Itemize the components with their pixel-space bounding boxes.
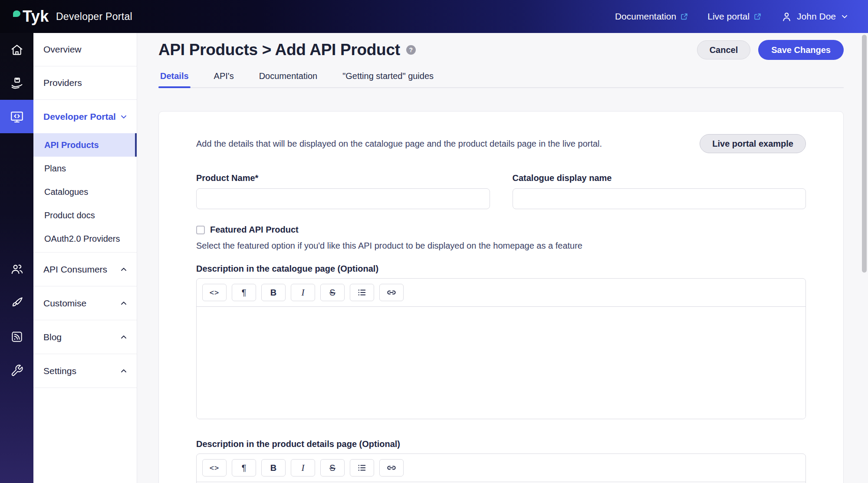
- bullet-list-button[interactable]: [350, 284, 374, 301]
- tyk-leaf-icon: [13, 10, 20, 17]
- app-body: Overview Providers Developer Portal API …: [0, 33, 868, 483]
- name-fields-row: Product Name* Catalogue display name: [196, 173, 806, 209]
- external-link-icon: [680, 13, 688, 21]
- sidebar-item-product-docs[interactable]: Product docs: [33, 204, 137, 227]
- chevron-down-icon: [119, 112, 128, 121]
- chevron-down-icon: [840, 12, 849, 21]
- bold-button[interactable]: B: [261, 284, 286, 301]
- paragraph-button[interactable]: ¶: [232, 459, 256, 476]
- people-icon: [10, 262, 24, 276]
- cancel-button[interactable]: Cancel: [697, 40, 751, 59]
- bold-button[interactable]: B: [261, 459, 286, 476]
- link-button[interactable]: [379, 459, 404, 476]
- sidebar-item-api-consumers[interactable]: API Consumers: [33, 253, 137, 286]
- italic-button[interactable]: I: [291, 459, 315, 476]
- monitor-code-icon: [10, 109, 24, 124]
- sidebar-item-overview[interactable]: Overview: [33, 33, 137, 66]
- rail-item-providers[interactable]: [0, 66, 33, 100]
- rail-item-api-consumers[interactable]: [0, 252, 33, 286]
- link-icon: [386, 463, 397, 473]
- editor-toolbar: <> ¶ B I S: [197, 454, 806, 482]
- live-portal-example-button[interactable]: Live portal example: [700, 134, 806, 153]
- header-actions: Cancel Save Changes: [697, 40, 844, 60]
- link-button[interactable]: [379, 284, 404, 301]
- tab-documentation[interactable]: Documentation: [257, 69, 319, 87]
- tab-apis[interactable]: API's: [212, 69, 236, 87]
- user-name: John Doe: [797, 11, 836, 22]
- user-icon: [781, 11, 792, 23]
- details-description-editor: <> ¶ B I S: [196, 453, 806, 483]
- details-card: Add the details that will be displayed o…: [158, 111, 844, 483]
- sidebar-item-label: OAuth2.0 Providers: [44, 234, 120, 244]
- wrench-icon: [10, 364, 23, 377]
- catalogue-display-name-group: Catalogue display name: [513, 173, 806, 209]
- rail-item-overview[interactable]: [0, 33, 33, 66]
- page-header: API Products > Add API Product ? Cancel …: [137, 33, 868, 60]
- documentation-link[interactable]: Documentation: [615, 11, 688, 22]
- help-icon[interactable]: ?: [406, 45, 416, 55]
- code-view-button[interactable]: <>: [202, 284, 227, 301]
- brand-product-name: Developer Portal: [56, 11, 132, 23]
- sidebar-item-customise[interactable]: Customise: [33, 286, 137, 320]
- strikethrough-button[interactable]: S: [320, 459, 345, 476]
- featured-checkbox[interactable]: [196, 226, 205, 234]
- code-view-button[interactable]: <>: [202, 459, 227, 476]
- home-icon: [10, 43, 24, 57]
- featured-help-text: Select the featured option if you'd like…: [196, 241, 806, 251]
- sidebar: Overview Providers Developer Portal API …: [33, 33, 137, 483]
- italic-button[interactable]: I: [291, 284, 315, 301]
- live-portal-link[interactable]: Live portal: [707, 11, 762, 22]
- vertical-scrollbar-thumb[interactable]: [862, 35, 867, 273]
- brand: Tyk Developer Portal: [13, 7, 132, 26]
- chevron-up-icon: [119, 299, 128, 308]
- live-portal-link-label: Live portal: [707, 11, 750, 22]
- product-name-group: Product Name*: [196, 173, 490, 209]
- bullet-list-icon: [357, 463, 367, 473]
- catalogue-description-editor: <> ¶ B I S: [196, 278, 806, 419]
- catalogue-display-name-input[interactable]: [513, 188, 806, 209]
- sidebar-item-catalogues[interactable]: Catalogues: [33, 180, 137, 204]
- tab-getting-started-guides[interactable]: "Getting started" guides: [341, 69, 435, 87]
- bullet-list-icon: [357, 288, 367, 297]
- icon-rail: [0, 33, 33, 483]
- featured-label[interactable]: Featured API Product: [210, 225, 299, 235]
- documentation-link-label: Documentation: [615, 11, 676, 22]
- sidebar-item-label: Catalogues: [44, 187, 88, 197]
- rail-spacer: [0, 133, 33, 252]
- intro-text: Add the details that will be displayed o…: [196, 138, 602, 150]
- sidebar-item-label: Settings: [43, 366, 76, 376]
- sidebar-item-oauth2-providers[interactable]: OAuth2.0 Providers: [33, 227, 137, 250]
- sidebar-item-label: Overview: [43, 44, 82, 55]
- chevron-up-icon: [119, 367, 128, 375]
- editor-toolbar: <> ¶ B I S: [197, 279, 806, 307]
- rail-item-settings[interactable]: [0, 354, 33, 388]
- sidebar-item-api-products[interactable]: API Products: [33, 133, 137, 157]
- rail-item-developer-portal[interactable]: [0, 100, 33, 133]
- intro-row: Add the details that will be displayed o…: [196, 134, 806, 153]
- rail-item-blog[interactable]: [0, 320, 33, 354]
- sidebar-item-developer-portal[interactable]: Developer Portal: [33, 100, 137, 133]
- sidebar-item-label: Developer Portal: [43, 112, 116, 122]
- rss-icon: [10, 330, 23, 343]
- sidebar-item-providers[interactable]: Providers: [33, 66, 137, 100]
- tab-details[interactable]: Details: [158, 69, 191, 87]
- user-menu[interactable]: John Doe: [781, 11, 849, 23]
- sidebar-item-blog[interactable]: Blog: [33, 320, 137, 354]
- product-name-input[interactable]: [196, 188, 490, 209]
- bullet-list-button[interactable]: [350, 459, 374, 476]
- topbar-links: Documentation Live portal John Doe: [615, 11, 849, 23]
- rail-item-customise[interactable]: [0, 286, 33, 320]
- strikethrough-button[interactable]: S: [320, 284, 345, 301]
- sidebar-item-plans[interactable]: Plans: [33, 157, 137, 180]
- paragraph-button[interactable]: ¶: [232, 284, 256, 301]
- main-content: API Products > Add API Product ? Cancel …: [137, 33, 868, 483]
- title-wrap: API Products > Add API Product ?: [158, 41, 416, 59]
- chevron-up-icon: [119, 265, 128, 274]
- save-changes-button[interactable]: Save Changes: [758, 40, 844, 60]
- featured-row: Featured API Product: [196, 225, 806, 235]
- sidebar-item-settings[interactable]: Settings: [33, 354, 137, 388]
- description-details-label: Description in the product details page …: [196, 439, 806, 449]
- tyk-logo-text: Tyk: [23, 7, 49, 25]
- catalogue-description-textarea[interactable]: [197, 307, 806, 419]
- providers-icon: [10, 76, 24, 90]
